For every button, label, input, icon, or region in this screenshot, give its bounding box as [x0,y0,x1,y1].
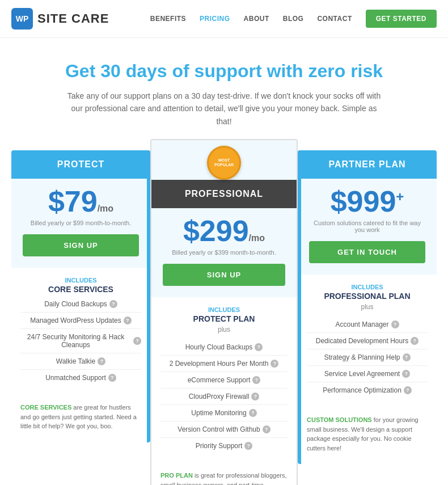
help-icon[interactable]: ? [249,409,257,417]
plan-card-protect: PROTECT $79/mo Billed yearly or $99 mont… [11,150,150,442]
logo-icon: WP [11,8,33,29]
protect-footer: CORE SERVICES are great for hustlers and… [11,397,150,442]
protect-header: PROTECT [11,150,150,179]
partner-footer: CUSTOM SOLUTIONS for your growing small … [298,410,437,464]
list-item: Account Manager ? [307,317,428,333]
hero-description: Take any of our support plans on a 30 da… [65,90,383,128]
list-item: Uptime Monitoring ? [160,405,288,421]
nav-blog[interactable]: BLOG [283,15,304,23]
partner-price: $999+ [309,187,425,216]
hero-section: Get 30 days of support with zero risk Ta… [0,38,448,145]
protect-feature-list: Daily Cloud Backups ? Managed WordPress … [20,296,141,386]
protect-price-note: Billed yearly or $99 month-to-month. [23,220,139,226]
help-icon[interactable]: ? [404,386,412,394]
list-item: CloudProxy Firewall ? [160,389,288,405]
most-popular-badge: MOST POPULAR [207,146,241,180]
protect-signup-button[interactable]: SIGN UP [23,234,139,256]
get-started-button[interactable]: GET STARTED [366,10,437,28]
nav-about[interactable]: ABOUT [244,15,269,23]
nav-benefits[interactable]: BENEFITS [150,15,186,23]
plan-card-partner: PARTNER PLAN $999+ Custom solutions cate… [298,150,437,464]
list-item: Walkie Talkie ? [20,353,141,370]
list-item: Hourly Cloud Backups ? [160,339,288,356]
logo[interactable]: WP SITE CARE [11,8,109,29]
help-icon[interactable]: ? [271,360,278,368]
partner-cta-button[interactable]: GET IN TOUCH [309,241,425,263]
partner-feature-list: Account Manager ? Dedicated Development … [307,317,428,398]
help-icon[interactable]: ? [402,370,410,378]
protect-includes-label: Includes [20,277,141,284]
professional-includes-label: Includes [160,306,288,313]
list-item: Daily Cloud Backups ? [20,296,141,313]
list-item: Strategy & Planning Help ? [307,349,428,366]
help-icon[interactable]: ? [263,425,271,433]
partner-body: $999+ Custom solutions catered to fit th… [298,179,437,275]
professional-plus: plus [160,326,288,334]
help-icon[interactable]: ? [124,317,132,324]
list-item: Managed WordPress Updates ? [20,313,141,329]
help-icon[interactable]: ? [244,442,252,450]
plan-card-professional: MOST POPULAR PROFESSIONAL $299/mo Billed… [150,139,298,485]
nav-pricing[interactable]: PRICING [200,15,230,23]
professional-footer: PRO PLAN is great for professional blogg… [151,465,297,485]
partner-header: PARTNER PLAN [298,150,437,179]
help-icon[interactable]: ? [109,300,117,308]
help-icon[interactable]: ? [255,343,263,351]
help-icon[interactable]: ? [403,353,411,361]
professional-includes-name: PROTECT PLAN [160,314,288,323]
list-item: Priority Support ? [160,438,288,454]
help-icon[interactable]: ? [98,357,105,365]
site-header: WP SITE CARE BENEFITS PRICING ABOUT BLOG… [0,0,448,38]
list-item: Performance Optimization ? [307,382,428,398]
professional-header: PROFESSIONAL [151,180,297,208]
nav-contact[interactable]: CONTACT [317,15,352,23]
help-icon[interactable]: ? [391,320,399,328]
help-icon[interactable]: ? [252,376,260,384]
professional-features: Includes PROTECT PLAN plus Hourly Cloud … [151,297,297,465]
list-item: eCommerce Support ? [160,372,288,389]
partner-includes-label: Includes [307,284,428,290]
badge-container: MOST POPULAR [151,140,297,180]
partner-features: Includes PROFESSIONAL PLAN plus Account … [298,275,437,410]
professional-body: $299/mo Billed yearly or $399 month-to-m… [151,208,297,297]
partner-plus: plus [307,303,428,311]
hero-title: Get 30 days of support with zero risk [34,61,414,82]
protect-features: Includes CORE SERVICES Daily Cloud Backu… [11,268,150,397]
list-item: 24/7 Security Monitoring & Hack Cleanups… [20,329,141,353]
protect-includes-name: CORE SERVICES [20,285,141,294]
list-item: Dedicated Development Hours ? [307,333,428,349]
professional-price: $299/mo [163,216,285,246]
protect-price: $79/mo [23,187,139,216]
partner-includes-name: PROFESSIONAL PLAN [307,292,428,301]
professional-feature-list: Hourly Cloud Backups ? 2 Development Hou… [160,339,288,454]
list-item: 2 Development Hours Per Month ? [160,356,288,372]
list-item: Service Level Agreement ? [307,366,428,382]
professional-signup-button[interactable]: SIGN UP [163,264,285,286]
list-item: Unmatched Support ? [20,370,141,386]
accent-bar-left [298,150,301,464]
partner-price-note: Custom solutions catered to fit the way … [309,220,425,233]
list-item: Version Control with Github ? [160,421,288,438]
main-nav: BENEFITS PRICING ABOUT BLOG CONTACT GET … [150,10,437,28]
help-icon[interactable]: ? [411,337,419,345]
pricing-section: PROTECT $79/mo Billed yearly or $99 mont… [0,145,448,485]
protect-body: $79/mo Billed yearly or $99 month-to-mon… [11,179,150,268]
professional-price-note: Billed yearly or $399 month-to-month. [163,249,285,256]
help-icon[interactable]: ? [251,393,259,400]
logo-text: SITE CARE [37,11,109,26]
help-icon[interactable]: ? [108,374,116,382]
help-icon[interactable]: ? [133,337,141,345]
